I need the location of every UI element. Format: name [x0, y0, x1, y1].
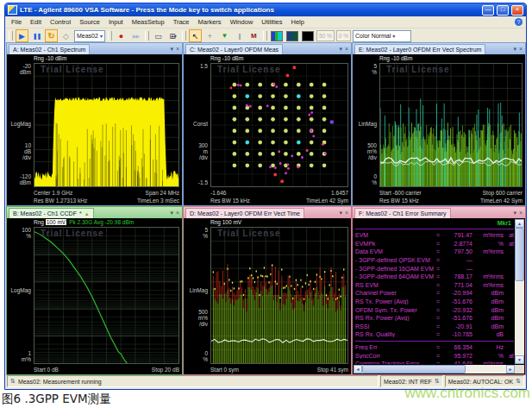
panel-b-tab[interactable]: B: Meas02 - Ch1 CCDF * ▲ [9, 208, 94, 218]
panel-e-header[interactable]: E: Meas02 - Layer0 OFDM Err Vect Spectru… [353, 43, 525, 54]
menu-item-edit[interactable]: Edit [26, 18, 46, 26]
table-row: SyncCorr=95.972%at [355, 351, 514, 360]
pin-icon[interactable]: ▾ [170, 46, 173, 53]
range-value: 100 mV [46, 219, 66, 225]
restart-button[interactable]: ↻ [45, 29, 58, 42]
graticule[interactable]: Trial License [379, 63, 523, 187]
spectrogram-button-1[interactable] [285, 29, 299, 42]
graticule[interactable]: Trial License [210, 63, 348, 187]
table-row: Channel Power=-20.994dBm [355, 289, 514, 298]
menu-item-source[interactable]: Source [75, 18, 104, 26]
trial-license-watermark: Trial License [41, 229, 104, 238]
pointer-icon: ↖ [192, 32, 199, 41]
close-icon[interactable]: × [345, 210, 348, 216]
pause-button[interactable]: ❚❚ [30, 29, 43, 42]
x-axis-labels: Start 0 dBStop 20 dB [34, 366, 179, 373]
record-button[interactable]: ● [115, 29, 128, 42]
table-row: OFDM Sym. Tx. Power=-20.932dBm [355, 305, 514, 314]
pin-icon[interactable]: ▾ [339, 210, 342, 217]
help-icon[interactable]: ? [515, 18, 523, 26]
close-icon[interactable]: × [176, 210, 179, 216]
menu-item-input[interactable]: Input [104, 18, 128, 26]
pin-icon[interactable]: ▾ [513, 46, 516, 53]
y-axis-top-label: 5 % [353, 63, 377, 75]
spinner-icon: ⇅ [516, 378, 521, 385]
close-icon[interactable]: × [519, 46, 523, 52]
measurement-select[interactable]: Meas02▾ [74, 30, 105, 42]
panel-d-header[interactable]: D: Meas02 - Layer0 OFDM Err Vect Time ▾× [184, 207, 351, 218]
play-button[interactable]: ▶ [16, 29, 28, 42]
pointer-tool-button[interactable]: ↖ [189, 29, 202, 42]
single-layout-button[interactable]: ▭ [152, 29, 165, 42]
menu-item-meassetup[interactable]: MeasSetup [128, 18, 169, 26]
graticule[interactable]: Trial License [34, 63, 179, 187]
site-watermark: www.cntronics.com [405, 385, 530, 402]
selection-tool-button[interactable]: ◇ [59, 29, 72, 42]
menu-item-markers[interactable]: Markers [194, 18, 226, 26]
panel-f-tab[interactable]: F: Meas02 - Ch1 Error Summary [354, 208, 451, 218]
scrollbar-thumb[interactable] [362, 365, 466, 373]
color-mode-select[interactable]: Color Normal▾ [353, 30, 411, 42]
minimize-button[interactable]: — [482, 5, 494, 16]
pin-icon[interactable]: ▾ [339, 46, 342, 53]
scroll-down-icon[interactable]: ▼ [515, 355, 524, 364]
maximize-button[interactable]: □ [497, 5, 509, 16]
playback-button[interactable]: ▶▶ [129, 29, 142, 42]
status-measurement[interactable]: ⇅Meas02: Measurement running [7, 375, 379, 387]
vertical-scrollbar[interactable]: ▲ ▼ [515, 219, 524, 364]
panel-c-tab[interactable]: C: Meas02 - Layer0 OFDM Meas [185, 44, 283, 54]
panel-b-ccdf: B: Meas02 - Ch1 CCDF * ▲ ▾× Rng 100 mVPk… [6, 206, 183, 375]
menu-item-control[interactable]: Control [46, 18, 75, 26]
band-markers-button[interactable]: || [233, 29, 246, 42]
table-row: RS EVM=771.04m%rms [355, 281, 514, 290]
scroll-right-icon[interactable]: ► [506, 365, 515, 373]
menu-item-trace[interactable]: Trace [169, 18, 194, 26]
panel-d-plot: Rng 100 mV 5 % LinMag 500 m% /div 0 % Tr… [184, 218, 351, 374]
menu-item-utilities[interactable]: Utilities [257, 18, 286, 26]
close-icon[interactable]: × [519, 210, 523, 216]
menu-item-file[interactable]: File [7, 18, 26, 26]
horizontal-scrollbar[interactable]: ◄ ► [354, 365, 515, 373]
record-icon: ● [119, 32, 123, 41]
pin-icon[interactable]: ▾ [513, 210, 516, 217]
y-axis-bottom-label: 0 % [353, 173, 377, 185]
close-icon[interactable]: × [345, 46, 348, 52]
colorbar-button[interactable] [270, 29, 284, 42]
y-axis-format-label: LinMag [353, 121, 377, 127]
chevron-down-icon: ▾ [392, 33, 395, 39]
toolbar-grip [9, 31, 13, 41]
panel-f-header[interactable]: F: Meas02 - Ch1 Error Summary ▾× [353, 207, 525, 218]
grid-layout-button[interactable]: ⊞▾ [166, 29, 179, 42]
spectrogram-button-2[interactable] [301, 29, 315, 42]
scrollbar-thumb[interactable] [515, 228, 524, 281]
trial-license-watermark: Trial License [217, 65, 281, 74]
crosshair-tool-button[interactable]: + [203, 29, 216, 42]
scroll-up-icon[interactable]: ▲ [515, 219, 524, 228]
scroll-left-icon[interactable]: ◄ [354, 365, 362, 373]
y-axis-format-label: LogMag [7, 121, 31, 127]
panel-a-header[interactable]: A: Meas02 - Ch1 Spectrum ▾× [7, 43, 182, 54]
y-axis-top-label: 100 % [7, 227, 31, 239]
restart-icon: ↻ [47, 31, 54, 41]
graticule[interactable]: Trial License [34, 227, 179, 364]
panel-c-header[interactable]: C: Meas02 - Layer0 OFDM Meas ▾× [184, 43, 351, 54]
title-bar[interactable]: LTE - Agilent 89600 VSA Software - Press… [5, 3, 526, 16]
menu-item-help[interactable]: Help [286, 18, 308, 26]
close-button[interactable]: × [511, 5, 523, 16]
panel-b-header[interactable]: B: Meas02 - Ch1 CCDF * ▲ ▾× [7, 207, 182, 218]
y-axis-scale-label: 500 m% /div [353, 142, 377, 160]
percent-field-1[interactable]: 50 % [316, 30, 335, 41]
graticule[interactable]: Trial License [210, 227, 348, 364]
panel-d-tab[interactable]: D: Meas02 - Layer0 OFDM Err Vect Time [185, 208, 304, 218]
panel-e-tab[interactable]: E: Meas02 - Layer0 OFDM Err Vect Spectru… [354, 44, 485, 54]
table-row: RS Tx. Power (Avg)=-51.676dBm [355, 298, 514, 306]
menu-item-window[interactable]: Window [226, 18, 258, 26]
panel-a-tab[interactable]: A: Meas02 - Ch1 Spectrum [9, 44, 90, 54]
spinner-icon: ⇅ [10, 378, 16, 385]
pin-icon[interactable]: ▾ [170, 210, 173, 217]
close-icon[interactable]: × [176, 46, 179, 52]
marker-m-button[interactable]: M [247, 29, 260, 42]
marker-down-button[interactable]: ▼ [218, 29, 231, 42]
crosshair-icon: + [208, 32, 212, 41]
percent-field-2[interactable]: 0 % [336, 30, 351, 41]
